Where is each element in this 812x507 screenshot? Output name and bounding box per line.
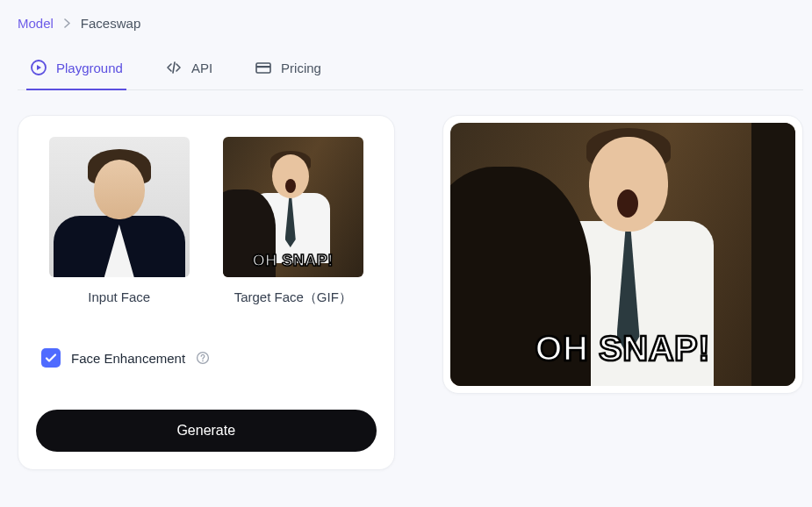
face-enhancement-label: Face Enhancement	[71, 351, 185, 366]
breadcrumb-root[interactable]: Model	[18, 16, 54, 31]
tab-label: API	[191, 61, 212, 75]
svg-rect-1	[256, 63, 270, 73]
target-face-label: Target Face（GIF）	[234, 289, 352, 306]
svg-point-4	[202, 361, 204, 362]
target-face-caption: OH SNAP!	[223, 252, 363, 270]
target-face-image[interactable]: OH SNAP!	[223, 137, 363, 277]
tab-label: Playground	[56, 61, 123, 75]
svg-rect-2	[256, 66, 270, 68]
input-face-image[interactable]	[49, 137, 190, 277]
breadcrumb: Model Faceswap	[18, 16, 803, 31]
tab-pricing[interactable]: Pricing	[251, 50, 325, 90]
play-circle-icon	[30, 59, 47, 76]
tab-api[interactable]: API	[162, 50, 216, 90]
output-caption: OH SNAP!	[450, 329, 796, 368]
output-image[interactable]: OH SNAP!	[450, 123, 796, 386]
code-icon	[165, 59, 183, 76]
face-enhancement-checkbox[interactable]	[41, 348, 61, 368]
chevron-right-icon	[64, 16, 70, 31]
input-face-label: Input Face	[88, 289, 150, 304]
tab-label: Pricing	[281, 61, 321, 75]
output-panel: OH SNAP!	[442, 115, 804, 394]
breadcrumb-current: Faceswap	[81, 16, 140, 31]
help-icon[interactable]	[196, 351, 210, 365]
controls-panel: Input Face OH SNAP! Targ	[18, 115, 395, 470]
generate-button[interactable]: Generate	[36, 410, 377, 452]
credit-card-icon	[255, 59, 272, 76]
tab-playground[interactable]: Playground	[26, 50, 126, 90]
tabs: Playground API Pricing	[18, 50, 803, 90]
